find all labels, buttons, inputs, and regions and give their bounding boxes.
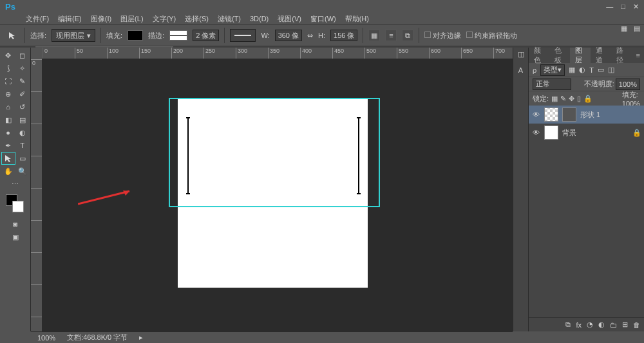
stroke-width-input[interactable]: 2 像素 (193, 30, 219, 41)
minimize-button[interactable]: — (606, 3, 613, 11)
lock-pos-icon[interactable]: ✥ (569, 95, 574, 103)
stroke-style-dropdown[interactable] (230, 29, 256, 42)
menu-image[interactable]: 图像(I) (91, 14, 111, 24)
tab-layers[interactable]: 图层 (570, 48, 591, 63)
hand-tool[interactable]: ✋ (1, 165, 15, 178)
menu-layer[interactable]: 图层(L) (120, 14, 143, 24)
adjustment-icon[interactable]: ◐ (598, 320, 605, 329)
select-dropdown[interactable]: 现用图层▾ (52, 29, 95, 42)
menu-window[interactable]: 窗口(W) (310, 14, 336, 24)
link-wh-icon[interactable]: ⇔ (307, 32, 313, 40)
close-button[interactable]: ✕ (633, 3, 639, 11)
stroke-swatch[interactable] (169, 30, 187, 41)
color-swatches[interactable] (5, 193, 26, 215)
screenmode-tool[interactable]: ▣ (8, 230, 23, 243)
delete-layer-icon[interactable]: 🗑 (633, 321, 640, 329)
dodge-tool[interactable]: ◐ (15, 126, 30, 139)
lasso-tool[interactable]: ⟆ (1, 62, 15, 75)
shape-path-right[interactable] (358, 117, 359, 194)
type-tool[interactable]: T (15, 139, 30, 152)
tab-paths[interactable]: 路径 (611, 48, 632, 63)
menu-edit[interactable]: 编辑(E) (58, 14, 82, 24)
app-logo: Ps (5, 2, 15, 12)
panel-icon-char[interactable]: A (518, 66, 523, 74)
options-bar: 选择: 现用图层▾ 填充: 描边: 2 像素 W: 360 像 ⇔ H: 156… (0, 24, 644, 46)
constrain-path-checkbox[interactable]: 约束路径拖动 (466, 31, 517, 41)
layer-name[interactable]: 背景 (562, 128, 576, 138)
filter-type-icon[interactable]: T (589, 66, 594, 74)
shape-tool[interactable]: ▭ (15, 152, 30, 165)
menu-type[interactable]: 文字(Y) (153, 14, 176, 24)
filter-rho-icon[interactable]: ρ (533, 66, 536, 74)
menu-view[interactable]: 视图(V) (278, 14, 301, 24)
lock-paint-icon[interactable]: ✎ (560, 95, 566, 103)
panel-icon-swatches[interactable]: ◫ (518, 50, 524, 59)
background-color[interactable] (12, 201, 24, 212)
tab-channels[interactable]: 通道 (591, 48, 611, 63)
layer-name[interactable]: 形状 1 (580, 110, 600, 120)
canvas[interactable] (43, 59, 513, 331)
gradient-tool[interactable]: ▤ (15, 113, 30, 126)
group-icon[interactable]: 🗀 (610, 321, 617, 329)
menu-filter[interactable]: 滤镜(T) (218, 14, 241, 24)
pen-tool[interactable]: ✒ (1, 139, 15, 152)
eyedropper-tool[interactable]: ✎ (15, 75, 30, 88)
status-chevron-icon[interactable]: ▸ (139, 333, 143, 342)
blur-tool[interactable]: ● (1, 126, 15, 139)
menu-select[interactable]: 选择(S) (185, 14, 209, 24)
marquee-tool[interactable]: ◻ (15, 49, 30, 62)
visibility-icon[interactable]: 👁 (531, 129, 540, 136)
align-icon[interactable]: ≡ (385, 30, 397, 41)
fill-swatch[interactable] (128, 30, 143, 41)
brush-tool[interactable]: ✐ (15, 88, 30, 100)
filter-adjust-icon[interactable]: ◐ (579, 66, 585, 74)
eraser-tool[interactable]: ◧ (1, 113, 15, 126)
shape-path-left[interactable] (187, 117, 189, 194)
align-edges-checkbox[interactable]: 对齐边缘 (424, 31, 461, 41)
healing-tool[interactable]: ⊕ (1, 88, 15, 100)
layer-item[interactable]: 👁 形状 1 (529, 106, 644, 124)
status-bar: 100% 文档:468.8K/0 字节 ▸ (31, 331, 513, 343)
title-bar: Ps — □ ✕ (0, 0, 644, 13)
panel-menu-icon[interactable]: ≡ (632, 48, 644, 63)
blend-mode-dropdown[interactable]: 正常 (533, 79, 571, 90)
filter-shape-icon[interactable]: ▭ (598, 66, 604, 74)
path-ops-icon[interactable]: ▦ (368, 30, 380, 41)
filter-smart-icon[interactable]: ◫ (608, 66, 614, 74)
path-selection-tool[interactable] (1, 152, 15, 165)
filter-pixel-icon[interactable]: ▦ (569, 66, 575, 74)
quickmask-tool[interactable]: ◙ (8, 218, 23, 230)
arrange-icon[interactable]: ⧉ (402, 30, 413, 41)
lock-trans-icon[interactable]: ▦ (551, 95, 558, 103)
workspace-menu-icon[interactable]: ▤ (634, 24, 640, 33)
mask-icon[interactable]: ◔ (587, 320, 593, 329)
opacity-input[interactable]: 100% (616, 79, 640, 90)
menu-file[interactable]: 文件(F) (26, 14, 49, 24)
link-layers-icon[interactable]: ⧉ (565, 320, 571, 329)
filter-kind-dropdown[interactable]: 类型▾ (540, 64, 565, 76)
tab-color[interactable]: 颜色 (529, 48, 549, 63)
move-tool[interactable]: ✥ (1, 49, 15, 62)
lock-nest-icon[interactable]: ▯ (577, 95, 581, 103)
visibility-icon[interactable]: 👁 (531, 111, 540, 118)
lock-all-icon[interactable]: 🔒 (583, 95, 592, 103)
history-brush-tool[interactable]: ↺ (15, 100, 30, 113)
menu-3d[interactable]: 3D(D) (250, 15, 269, 23)
zoom-tool[interactable]: 🔍 (15, 165, 30, 178)
fx-icon[interactable]: fx (576, 321, 582, 329)
height-input[interactable]: 156 像 (330, 30, 357, 41)
tab-swatches[interactable]: 色板 (549, 48, 570, 63)
magic-wand-tool[interactable]: ✧ (15, 62, 30, 75)
new-layer-icon[interactable]: ⊞ (622, 320, 628, 329)
stamp-tool[interactable]: ⌂ (1, 100, 15, 113)
workspace-tile-icon[interactable]: ▦ (621, 24, 627, 33)
crop-tool[interactable]: ⛶ (1, 75, 15, 88)
menu-help[interactable]: 帮助(H) (345, 14, 369, 24)
zoom-level[interactable]: 100% (37, 334, 55, 342)
selection-bounds[interactable] (169, 98, 380, 207)
right-panels: 颜色 色板 图层 通道 路径 ≡ ρ 类型▾ ▦ ◐ T ▭ ◫ 正常 不透明度… (528, 48, 644, 331)
maximize-button[interactable]: □ (621, 3, 625, 11)
width-input[interactable]: 360 像 (275, 30, 302, 41)
more-tools[interactable]: ⋯ (8, 178, 23, 190)
layer-item[interactable]: 👁 背景 🔒 (529, 124, 644, 142)
